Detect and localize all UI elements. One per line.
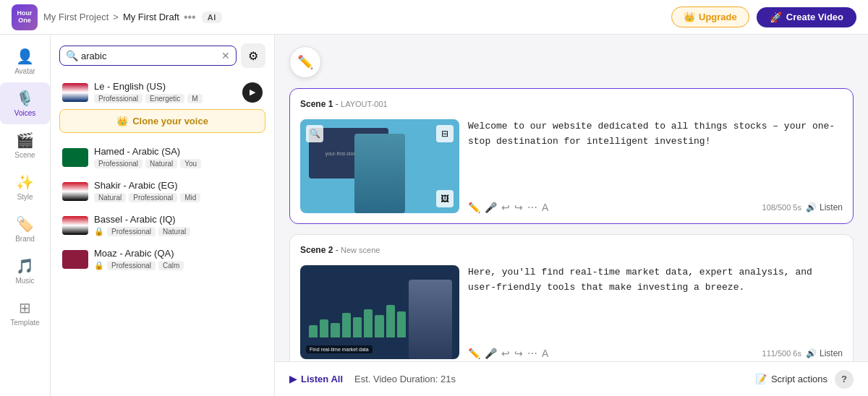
voice-tags-moaz: 🔒 Professional Calm bbox=[94, 261, 263, 270]
voice-tags-bassel: 🔒 Professional Natural bbox=[94, 227, 263, 236]
voice-tags-le: Professional Energetic M bbox=[94, 94, 237, 103]
upgrade-button[interactable]: 👑 Upgrade bbox=[671, 7, 749, 27]
undo-icon-2[interactable]: ↩ bbox=[501, 348, 510, 359]
app-logo: Hour One bbox=[12, 4, 38, 30]
filter-icon: ⚙ bbox=[248, 49, 258, 63]
scene-dash-2: - bbox=[336, 245, 341, 255]
search-thumb-icon[interactable]: 🔍 bbox=[306, 125, 323, 142]
magic-wand-button[interactable]: ✏️ bbox=[289, 46, 321, 78]
flag-us bbox=[62, 83, 88, 102]
scene-thumb-2[interactable]: Find real-time market data bbox=[300, 265, 459, 359]
sidebar-item-music[interactable]: 🎵 Music bbox=[0, 250, 50, 292]
more-icon-1[interactable]: ⋯ bbox=[527, 202, 537, 213]
scene-controls-2: ✏️ 🎤 ↩ ↪ ⋯ A 111/500 6s 🔊 Listen bbox=[468, 348, 843, 359]
scene-controls-1: ✏️ 🎤 ↩ ↪ ⋯ A 108/500 5s 🔊 Listen bbox=[468, 202, 843, 213]
sidebar-item-template[interactable]: ⊞ Template bbox=[0, 292, 50, 334]
voice-info-hamed: Hamed - Arabic (SA) Professional Natural… bbox=[94, 146, 263, 168]
listen-all-button[interactable]: ▶ Listen All bbox=[289, 374, 343, 384]
tag: Natural bbox=[145, 159, 177, 168]
sidebar-label-style: Style bbox=[17, 193, 33, 201]
voice-item-le[interactable]: Le - English (US) Professional Energetic… bbox=[59, 75, 265, 109]
listen-button-2[interactable]: 🔊 Listen bbox=[806, 348, 843, 358]
avatar-thumb-1 bbox=[354, 134, 405, 213]
breadcrumb-more[interactable]: ••• bbox=[184, 11, 196, 24]
flag-qa bbox=[62, 250, 88, 269]
sidebar-item-avatar[interactable]: 👤 Avatar bbox=[0, 40, 50, 82]
content-area: ✏️ Scene 1 - LAYOUT-001 your-first-stock… bbox=[275, 35, 868, 361]
sidebar-label-music: Music bbox=[15, 277, 34, 285]
sidebar-label-template: Template bbox=[10, 319, 40, 327]
search-input[interactable] bbox=[81, 51, 221, 61]
voice-item-shakir[interactable]: Shakir - Arabic (EG) Natural Professiona… bbox=[59, 174, 265, 208]
script-actions-button[interactable]: 📝 Script actions bbox=[755, 374, 827, 384]
brand-icon: 🏷️ bbox=[16, 215, 34, 233]
tag: Professional bbox=[107, 227, 156, 236]
breadcrumb-project[interactable]: My First Project bbox=[43, 12, 109, 22]
voice-name-hamed: Hamed - Arabic (SA) bbox=[94, 146, 263, 157]
clone-label: Clone your voice bbox=[132, 116, 208, 126]
font-size-icon-1: A bbox=[542, 202, 548, 213]
layout-thumb-icon[interactable]: ⊟ bbox=[436, 125, 454, 142]
tag: Professional bbox=[107, 261, 156, 270]
voice-item-bassel[interactable]: Bassel - Arabic (IQ) 🔒 Professional Natu… bbox=[59, 208, 265, 242]
mic-icon-1[interactable]: 🎤 bbox=[485, 202, 497, 213]
tag: Natural bbox=[158, 227, 190, 236]
crown-icon-clone: 👑 bbox=[116, 116, 128, 126]
avatar-icon: 👤 bbox=[16, 48, 34, 65]
top-navigation: Hour One My First Project > My First Dra… bbox=[0, 0, 868, 35]
help-button[interactable]: ? bbox=[835, 370, 854, 389]
scene-number-2: Scene 2 bbox=[300, 245, 333, 255]
play-icon-all: ▶ bbox=[289, 374, 297, 384]
lock-icon-bassel: 🔒 bbox=[94, 227, 104, 236]
tag: Calm bbox=[158, 261, 184, 270]
tag: Professional bbox=[129, 193, 177, 202]
sidebar-label-avatar: Avatar bbox=[14, 67, 35, 75]
voice-item-moaz[interactable]: Moaz - Arabic (QA) 🔒 Professional Calm bbox=[59, 242, 265, 276]
scene-dash-1: - bbox=[336, 99, 341, 109]
voice-info-moaz: Moaz - Arabic (QA) 🔒 Professional Calm bbox=[94, 248, 263, 270]
edit-icon-2[interactable]: ✏️ bbox=[468, 348, 480, 359]
music-icon: 🎵 bbox=[16, 257, 34, 275]
sidebar-item-brand[interactable]: 🏷️ Brand bbox=[0, 208, 50, 250]
filter-button[interactable]: ⚙ bbox=[241, 43, 265, 68]
tag: Professional bbox=[94, 94, 142, 103]
listen-button-1[interactable]: 🔊 Listen bbox=[806, 202, 843, 212]
image-thumb-icon[interactable]: 🖼 bbox=[436, 190, 454, 207]
sidebar-item-scene[interactable]: 🎬 Scene bbox=[0, 124, 50, 166]
scene-header-2: Scene 2 - New scene bbox=[300, 245, 843, 255]
lock-icon-moaz: 🔒 bbox=[94, 261, 104, 270]
crown-icon: 👑 bbox=[684, 12, 695, 22]
tag: You bbox=[180, 159, 201, 168]
clone-voice-button[interactable]: 👑 Clone your voice bbox=[59, 109, 265, 133]
toolbar-row: ✏️ bbox=[289, 46, 854, 78]
ai-badge: AI bbox=[202, 12, 222, 23]
voice-name-bassel: Bassel - Arabic (IQ) bbox=[94, 214, 263, 225]
redo-icon-1[interactable]: ↪ bbox=[514, 202, 523, 213]
voices-icon: 🎙️ bbox=[16, 90, 34, 107]
tag: Professional bbox=[94, 159, 142, 168]
sidebar-label-brand: Brand bbox=[15, 235, 35, 243]
more-icon-2[interactable]: ⋯ bbox=[527, 348, 537, 359]
rocket-icon: 🚀 bbox=[770, 12, 782, 23]
avatar-thumb-2 bbox=[409, 280, 452, 359]
flag-sa bbox=[62, 148, 88, 167]
sidebar-label-scene: Scene bbox=[14, 151, 35, 159]
scene-text-2[interactable]: Here, you'll find real-time market data,… bbox=[468, 265, 843, 342]
scene-thumb-1[interactable]: your-first-stocks.com 🔍 ⊟ 🖼 bbox=[300, 119, 459, 213]
edit-icon-1[interactable]: ✏️ bbox=[468, 202, 480, 213]
voice-item-hamed[interactable]: Hamed - Arabic (SA) Professional Natural… bbox=[59, 140, 265, 174]
bottom-bar: ▶ Listen All Est. Video Duration: 21s 📝 … bbox=[275, 361, 868, 396]
voice-tags-shakir: Natural Professional Mid bbox=[94, 193, 263, 202]
find-text-label: Find real-time market data bbox=[306, 345, 373, 353]
scene-text-1[interactable]: Welcome to our website dedicated to all … bbox=[468, 119, 843, 196]
redo-icon-2[interactable]: ↪ bbox=[514, 348, 523, 359]
play-button-le[interactable]: ▶ bbox=[242, 82, 263, 103]
scene-text-area-2: Here, you'll find real-time market data,… bbox=[468, 265, 843, 359]
mic-icon-2[interactable]: 🎤 bbox=[485, 348, 497, 359]
sidebar-item-voices[interactable]: 🎙️ Voices bbox=[0, 82, 50, 124]
sidebar-item-style[interactable]: ✨ Style bbox=[0, 166, 50, 208]
undo-icon-1[interactable]: ↩ bbox=[501, 202, 510, 213]
create-video-button[interactable]: 🚀 Create Video bbox=[757, 7, 856, 27]
clear-icon[interactable]: ✕ bbox=[221, 50, 230, 61]
tag: M bbox=[187, 94, 202, 103]
